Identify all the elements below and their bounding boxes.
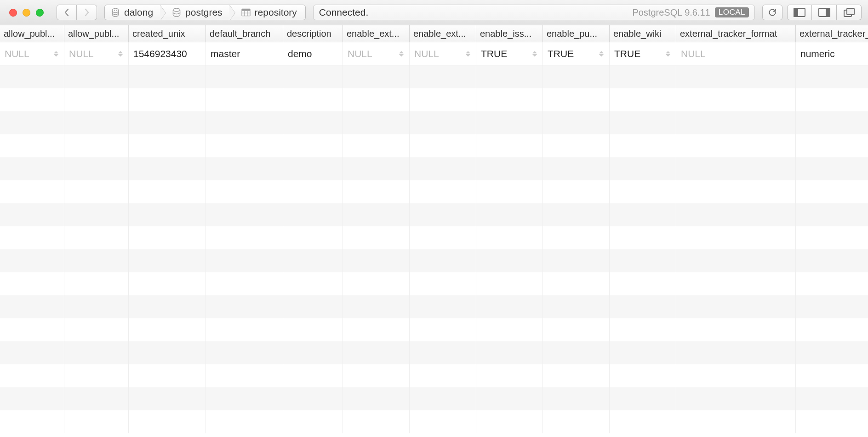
table-cell[interactable]: TRUE — [543, 42, 610, 65]
empty-row — [0, 134, 868, 157]
sidebar-right-toggle[interactable] — [812, 5, 837, 20]
empty-cell — [476, 341, 543, 364]
empty-cell — [206, 157, 283, 180]
breadcrumb-server-label: dalong — [124, 7, 153, 18]
empty-cell — [610, 226, 676, 249]
empty-cell — [796, 134, 868, 157]
table-icon — [241, 8, 251, 17]
sidebar-left-toggle[interactable] — [787, 5, 812, 20]
empty-cell — [410, 180, 476, 203]
cell-value: TRUE — [548, 48, 574, 59]
table-cell[interactable]: NULL — [64, 42, 129, 65]
column-header[interactable]: allow_publ... — [0, 25, 64, 42]
empty-cell — [610, 134, 676, 157]
empty-cell — [610, 410, 676, 433]
empty-cell — [610, 364, 676, 387]
breadcrumb-server[interactable]: dalong — [105, 5, 161, 20]
column-header[interactable]: enable_iss... — [476, 25, 543, 42]
empty-cell — [676, 341, 796, 364]
table-cell[interactable]: NULL — [676, 42, 796, 65]
column-header[interactable]: allow_publ... — [64, 25, 129, 42]
table-cell[interactable]: TRUE — [610, 42, 676, 65]
empty-cell — [476, 180, 543, 203]
empty-cell — [410, 203, 476, 226]
empty-cell — [64, 180, 129, 203]
window-close-button[interactable] — [9, 9, 17, 17]
table-cell[interactable]: TRUE — [476, 42, 543, 65]
column-header[interactable]: enable_pu... — [543, 25, 610, 42]
svg-point-0 — [112, 8, 119, 13]
empty-row — [0, 295, 868, 318]
empty-cell — [676, 203, 796, 226]
empty-cell — [206, 249, 283, 272]
column-header[interactable]: enable_ext... — [410, 25, 476, 42]
empty-cell — [410, 295, 476, 318]
empty-cell — [283, 203, 343, 226]
panel-right-icon — [818, 8, 830, 17]
nav-forward-button[interactable] — [77, 5, 97, 20]
empty-cell — [206, 318, 283, 341]
empty-cell — [610, 65, 676, 88]
empty-cell — [343, 157, 410, 180]
nav-back-button[interactable] — [57, 5, 77, 20]
breadcrumb-database[interactable]: postgres — [161, 5, 231, 20]
column-header[interactable]: external_tracker_s — [796, 25, 868, 42]
table-cell[interactable]: numeric — [796, 42, 868, 65]
column-header[interactable]: external_tracker_format — [676, 25, 796, 42]
column-header[interactable]: enable_wiki — [610, 25, 676, 42]
empty-row — [0, 65, 868, 88]
empty-cell — [64, 410, 129, 433]
empty-cell — [206, 387, 283, 410]
breadcrumb-table[interactable]: repository — [231, 5, 305, 20]
empty-cell — [543, 318, 610, 341]
empty-cell — [476, 134, 543, 157]
column-header[interactable]: created_unix — [129, 25, 206, 42]
window-minimize-button[interactable] — [23, 9, 30, 17]
cell-value: NULL — [414, 48, 439, 59]
column-header[interactable]: default_branch — [206, 25, 283, 42]
empty-cell — [410, 249, 476, 272]
empty-row — [0, 272, 868, 295]
data-grid: allow_publ... allow_publ... created_unix… — [0, 25, 868, 433]
table-row[interactable]: NULLNULL1546923430masterdemoNULLNULLTRUE… — [0, 42, 868, 65]
svg-rect-10 — [794, 8, 798, 17]
empty-row — [0, 111, 868, 134]
svg-rect-14 — [847, 8, 854, 15]
empty-cell — [543, 134, 610, 157]
empty-cell — [676, 180, 796, 203]
empty-cell — [64, 111, 129, 134]
empty-cell — [476, 364, 543, 387]
table-cell[interactable]: NULL — [343, 42, 410, 65]
column-header[interactable]: enable_ext... — [343, 25, 410, 42]
column-header[interactable]: description — [283, 25, 343, 42]
window-zoom-button[interactable] — [36, 9, 44, 17]
table-cell[interactable]: master — [206, 42, 283, 65]
empty-cell — [206, 203, 283, 226]
empty-cell — [610, 272, 676, 295]
cell-value: NULL — [5, 48, 29, 59]
new-window-button[interactable] — [837, 5, 862, 20]
empty-cell — [476, 203, 543, 226]
breadcrumb-database-label: postgres — [185, 7, 223, 18]
sort-arrows-icon — [666, 50, 671, 58]
svg-point-3 — [173, 8, 180, 12]
empty-row — [0, 157, 868, 180]
table-cell[interactable]: 1546923430 — [129, 42, 206, 65]
reload-button[interactable] — [762, 5, 782, 20]
empty-cell — [676, 364, 796, 387]
empty-cell — [343, 180, 410, 203]
table-cell[interactable]: NULL — [0, 42, 64, 65]
empty-cell — [206, 410, 283, 433]
empty-cell — [64, 295, 129, 318]
empty-cell — [343, 111, 410, 134]
empty-cell — [676, 111, 796, 134]
empty-cell — [410, 134, 476, 157]
empty-cell — [476, 410, 543, 433]
chevron-left-icon — [64, 8, 69, 17]
empty-cell — [676, 226, 796, 249]
empty-cell — [476, 111, 543, 134]
table-cell[interactable]: demo — [283, 42, 343, 65]
empty-cell — [283, 134, 343, 157]
empty-cell — [129, 249, 206, 272]
table-cell[interactable]: NULL — [410, 42, 476, 65]
